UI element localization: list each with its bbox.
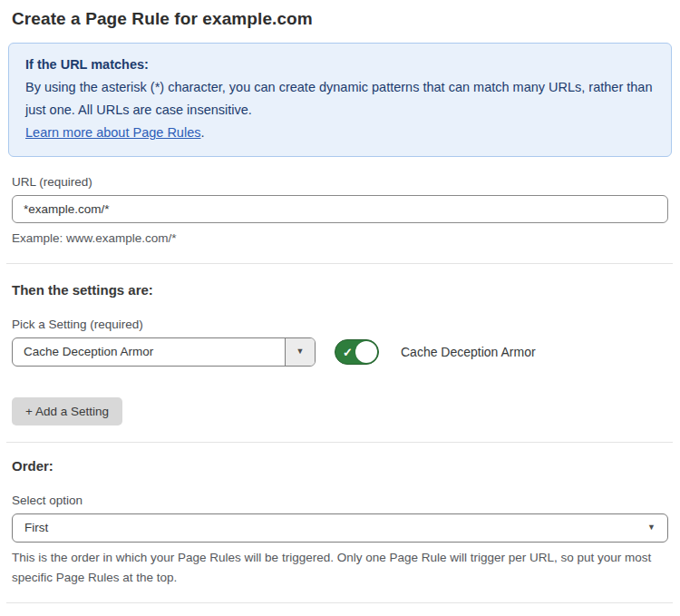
setting-select[interactable]: Cache Deception Armor ▼	[12, 337, 316, 367]
info-box-body: By using the asterisk (*) character, you…	[25, 76, 655, 144]
learn-more-link[interactable]: Learn more about Page Rules	[25, 125, 200, 140]
setting-select-value: Cache Deception Armor	[13, 338, 285, 366]
divider	[6, 602, 673, 603]
setting-row: Cache Deception Armor ▼ ✓ Cache Deceptio…	[12, 337, 668, 367]
info-box-body-text: By using the asterisk (*) character, you…	[25, 80, 653, 117]
order-select-value: First	[24, 521, 48, 534]
order-help-text: This is the order in which your Page Rul…	[12, 548, 668, 589]
create-page-rule-form: Create a Page Rule for example.com If th…	[0, 0, 680, 616]
chevron-down-icon: ▼	[647, 523, 656, 532]
url-matches-info-box: If the URL matches: By using the asteris…	[8, 43, 672, 157]
settings-section-heading: Then the settings are:	[12, 282, 668, 298]
cache-deception-armor-toggle[interactable]: ✓	[335, 339, 379, 365]
divider	[6, 442, 673, 443]
order-section-heading: Order:	[12, 458, 668, 474]
info-box-heading: If the URL matches:	[25, 54, 655, 76]
link-period: .	[200, 125, 204, 140]
chevron-down-icon: ▼	[296, 347, 305, 356]
page-title: Create a Page Rule for example.com	[12, 9, 668, 29]
pick-setting-label: Pick a Setting (required)	[12, 318, 668, 331]
order-select-label: Select option	[12, 494, 668, 507]
check-icon: ✓	[343, 346, 353, 357]
url-field-label: URL (required)	[12, 175, 668, 189]
divider	[6, 263, 673, 264]
toggle-knob	[355, 341, 377, 363]
setting-toggle-group: ✓ Cache Deception Armor	[335, 339, 536, 365]
order-select[interactable]: First ▼	[12, 513, 668, 543]
setting-select-arrow-segment[interactable]: ▼	[285, 338, 315, 366]
add-setting-button[interactable]: + Add a Setting	[12, 397, 122, 425]
toggle-label: Cache Deception Armor	[401, 345, 536, 359]
url-example-text: Example: www.example.com/*	[12, 230, 668, 249]
url-input[interactable]	[12, 195, 668, 223]
